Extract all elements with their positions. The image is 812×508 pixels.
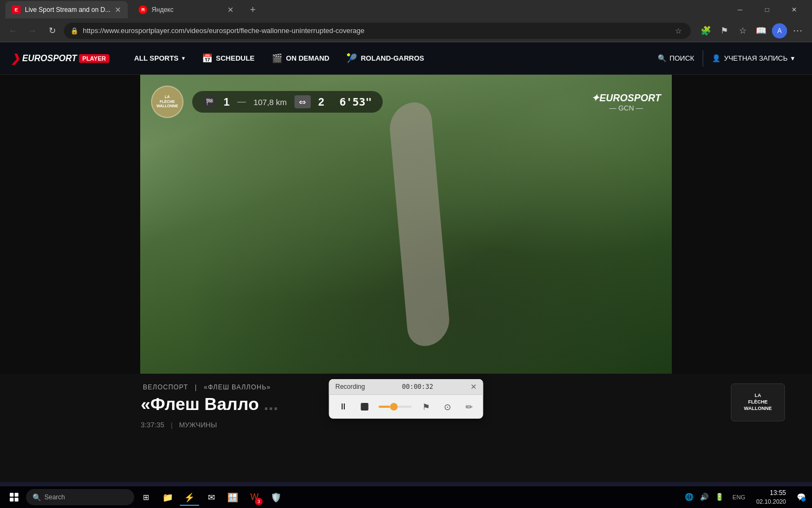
edge-icon: ⚡	[184, 492, 195, 503]
eurosport-gcn-logo: ✦EUROSPORT — GCN —	[591, 92, 661, 112]
eurosport-wordmark: EUROSPORT	[22, 54, 77, 63]
account-icon: 👤	[712, 54, 721, 62]
address-bar[interactable]: 🔒 https://www.eurosportplayer.com/videos…	[64, 23, 691, 39]
road-strip	[388, 97, 450, 350]
search-label: ПОИСК	[670, 54, 695, 62]
recording-progress-thumb[interactable]	[390, 403, 398, 411]
volume-icon[interactable]: 🔊	[698, 491, 711, 504]
flag-icon: ⚑	[422, 402, 430, 412]
close-button[interactable]: ✕	[782, 2, 807, 18]
hud-distance: 107,8 km	[253, 97, 287, 107]
tab-eurosport[interactable]: E Live Sport Stream and on D... ✕	[5, 1, 128, 18]
event-subtext: «ФЛЕ­Ш ВАЛЛОНЬ»	[204, 383, 271, 391]
event-logo-badge: LAFLÈCHEWALLONNE	[731, 383, 785, 421]
taskbar-search-icon: 🔍	[32, 493, 41, 502]
nav-account-button[interactable]: 👤 УЧЕТНАЯ ЗАПИСЬ ▾	[705, 54, 801, 62]
search-icon: 🔍	[658, 54, 666, 62]
battery-icon[interactable]: 🔋	[713, 491, 726, 504]
recording-screenshot-button[interactable]: ⊙	[440, 399, 455, 414]
taskbar-edge-button[interactable]: ⚡	[180, 487, 199, 507]
nav-right: 🔍 ПОИСК 👤 УЧЕТНАЯ ЗАПИСЬ ▾	[651, 50, 801, 67]
system-tray-icons: 🌐 🔊 🔋	[683, 491, 726, 504]
settings-button[interactable]: ···	[789, 22, 807, 40]
hud-arrows-icon: ⇔	[294, 95, 311, 108]
taskbar-search-bar[interactable]: 🔍 Search	[26, 489, 134, 505]
security-icon: 🛡️	[271, 492, 281, 503]
sport-text: ВЕЛОСПОРТ	[143, 383, 188, 391]
race-hud: LAFLÈCHEWALLONNE 🏁 1 — 107,8 km ⇔ 2 6'53…	[151, 86, 661, 118]
video-player[interactable]: LAFLÈCHEWALLONNE 🏁 1 — 107,8 km ⇔ 2 6'53…	[140, 75, 672, 374]
extensions-button[interactable]: 🧩	[697, 22, 715, 40]
minimize-button[interactable]: ─	[728, 2, 752, 18]
refresh-button[interactable]: ↻	[44, 23, 60, 38]
nav-search-button[interactable]: 🔍 ПОИСК	[651, 54, 701, 62]
nav-roland-garros[interactable]: 🎾 ROLAND-GARROS	[338, 42, 433, 75]
recording-close-button[interactable]: ✕	[470, 382, 477, 391]
hud-logo-text: LAFLÈCHEWALLONNE	[156, 95, 178, 108]
pause-icon: ⏸	[339, 402, 348, 412]
maximize-button[interactable]: □	[755, 2, 780, 18]
title-bar: E Live Sport Stream and on D... ✕ Я Янде…	[0, 0, 812, 19]
recording-pause-button[interactable]: ⏸	[336, 399, 351, 414]
nav-on-demand[interactable]: 🎬 ON DEMAND	[263, 42, 338, 75]
taskbar: 🔍 Search ⊞ 📁 ⚡ ✉ 🪟 W 3 🛡️ 🌐 🔊 🔋 ENG 13:5…	[0, 486, 812, 508]
on-demand-label: ON DEMAND	[286, 54, 329, 62]
recording-progress-bar[interactable]	[379, 406, 412, 408]
taskbar-security-button[interactable]: 🛡️	[266, 487, 286, 507]
window-controls: ─ □ ✕	[728, 2, 807, 18]
lock-icon: 🔒	[70, 27, 78, 35]
roland-garros-icon: 🎾	[346, 53, 357, 63]
reading-view-button[interactable]: 📖	[752, 22, 770, 40]
tab-close-eurosport[interactable]: ✕	[115, 5, 121, 14]
taskbar-right: 🌐 🔊 🔋 ENG 13:55 02.10.2020 💬	[683, 489, 808, 505]
eurosport-nav: ❯ EUROSPORT PLAYER ALL SPORTS ▾ 📅 SCHEDU…	[0, 42, 812, 75]
eurosport-arrow-icon: ❯	[11, 52, 20, 65]
taskbar-cortana-button[interactable]: ⊞	[136, 487, 156, 507]
recording-stop-button[interactable]	[357, 399, 372, 414]
eurosport-gcn-eurosport-text: ✦EUROSPORT	[591, 93, 661, 103]
all-sports-chevron-icon: ▾	[182, 55, 185, 61]
recording-annotate-button[interactable]: ✏	[462, 399, 477, 414]
language-indicator: ENG	[730, 494, 748, 500]
hud-separator-1: —	[237, 97, 246, 107]
taskbar-office-button[interactable]: W 3	[245, 487, 264, 507]
bookmark-icon[interactable]: ☆	[673, 24, 684, 37]
video-title-text: «Флеш Валло	[141, 394, 259, 414]
favorites-button[interactable]: ☆	[734, 22, 751, 40]
roland-garros-label: ROLAND-GARROS	[361, 54, 424, 62]
collections-button[interactable]: ⚑	[716, 22, 733, 40]
taskbar-file-explorer-button[interactable]: 📁	[158, 487, 178, 507]
nav-schedule[interactable]: 📅 SCHEDULE	[193, 42, 264, 75]
start-button[interactable]	[4, 487, 24, 507]
taskbar-search-placeholder: Search	[44, 493, 65, 501]
taskbar-windows-store-button[interactable]: 🪟	[223, 487, 243, 507]
back-button[interactable]: ←	[5, 23, 21, 38]
eurosport-gcn-text: — GCN —	[591, 104, 661, 112]
eurosport-logo[interactable]: ❯ EUROSPORT PLAYER	[11, 52, 109, 65]
file-explorer-icon: 📁	[162, 492, 173, 503]
new-tab-button[interactable]: +	[245, 3, 261, 17]
tab-yandex[interactable]: Я Яндекс ✕	[132, 1, 240, 18]
forward-button[interactable]: →	[25, 23, 40, 38]
clock-display[interactable]: 13:55 02.10.2020	[752, 489, 790, 505]
tab-close-yandex[interactable]: ✕	[227, 5, 234, 14]
logo-eurosport-text: ❯ EUROSPORT	[11, 52, 77, 65]
cortana-icon: ⊞	[143, 493, 149, 502]
profile-avatar: A	[772, 23, 787, 38]
url-text: https://www.eurosportplayer.com/videos/e…	[83, 27, 669, 35]
stop-icon	[361, 403, 369, 411]
browser-actions: 🧩 ⚑ ☆ 📖 A ···	[697, 22, 807, 40]
nav-all-sports[interactable]: ALL SPORTS ▾	[126, 42, 193, 75]
taskbar-mail-button[interactable]: ✉	[201, 487, 221, 507]
on-demand-icon: 🎬	[272, 53, 283, 63]
video-title-ellipsis: ...	[264, 394, 278, 414]
recording-header: Recording 00:00:32 ✕	[329, 379, 483, 395]
recording-flag-button[interactable]: ⚑	[418, 399, 434, 414]
profile-button[interactable]: A	[771, 22, 788, 40]
hud-lap-number: 1	[224, 96, 230, 108]
player-badge: PLAYER	[79, 54, 109, 63]
network-icon[interactable]: 🌐	[683, 491, 696, 504]
nav-divider	[703, 50, 703, 67]
hud-right: ✦EUROSPORT — GCN —	[591, 92, 661, 112]
notification-button[interactable]: 💬	[795, 491, 808, 504]
